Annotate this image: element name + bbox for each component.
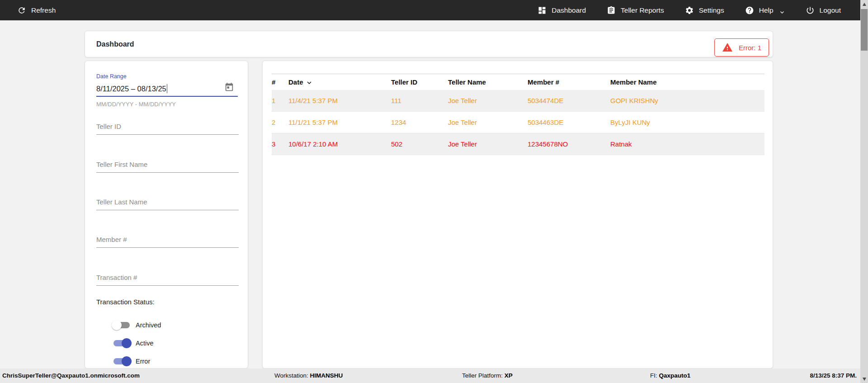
toggle-error[interactable]: Error xyxy=(113,355,150,368)
table-row[interactable]: 1 11/4/21 5:37 PM 111 Joe Teller 5034474… xyxy=(272,90,764,112)
col-date-label: Date xyxy=(288,78,303,86)
toggle-active[interactable]: Active xyxy=(113,337,154,350)
filter-panel: Date Range 8/11/2025 – 08/13/25 MM/DD/YY… xyxy=(85,61,248,369)
nav-teller-reports-label: Teller Reports xyxy=(621,6,664,14)
table-row[interactable]: 3 10/6/17 2:10 AM 502 Joe Teller 1234567… xyxy=(272,133,764,155)
archived-label: Archived xyxy=(136,322,161,329)
workstation-info: Workstation: HIMANSHU xyxy=(274,372,343,379)
transaction-number-input[interactable] xyxy=(96,272,239,286)
page-header-card: Dashboard Error: 1 xyxy=(85,31,773,57)
row-num: 2 xyxy=(272,118,288,126)
row-member-name: GOPI KRISHNy xyxy=(610,97,731,104)
date-range-input[interactable]: 8/11/2025 – 08/13/25 xyxy=(96,81,238,97)
dashboard-icon xyxy=(538,6,547,15)
page-title: Dashboard xyxy=(96,40,134,48)
nav-settings[interactable]: Settings xyxy=(685,6,724,15)
row-date: 11/4/21 5:37 PM xyxy=(288,97,391,104)
row-member-name: Ratnak xyxy=(610,140,731,148)
vertical-scrollbar[interactable] xyxy=(860,0,868,383)
calendar-icon[interactable] xyxy=(224,82,234,92)
date-range-label: Date Range xyxy=(96,73,238,80)
help-icon xyxy=(745,6,754,15)
fi-info: FI: Qaxpauto1 xyxy=(650,372,690,379)
text-caret xyxy=(167,84,168,93)
scroll-up-arrow[interactable] xyxy=(860,0,868,8)
status-bar: ChrisSuperTeller@Qaxpauto1.onmicrosoft.c… xyxy=(0,369,868,383)
scroll-down-arrow[interactable] xyxy=(860,375,868,383)
transactions-table: # Date Teller ID Teller Name Member # Me… xyxy=(272,74,764,155)
teller-first-name-input[interactable] xyxy=(96,159,239,173)
col-date-sort[interactable]: Date xyxy=(288,78,391,87)
nav-logout[interactable]: Logout xyxy=(806,6,841,15)
transactions-card: # Date Teller ID Teller Name Member # Me… xyxy=(262,61,773,369)
date-range-value: 8/11/2025 – 08/13/25 xyxy=(96,85,166,93)
error-badge-label: Error: 1 xyxy=(739,44,761,52)
nav-teller-reports[interactable]: Teller Reports xyxy=(607,6,664,15)
col-member-name: Member Name xyxy=(610,78,731,86)
member-number-input[interactable] xyxy=(96,234,239,248)
transaction-status-label: Transaction Status: xyxy=(96,298,238,306)
row-teller-id: 111 xyxy=(391,97,448,104)
active-switch[interactable] xyxy=(113,340,131,347)
row-num: 1 xyxy=(272,97,288,104)
table-row[interactable]: 2 11/1/21 5:37 PM 1234 Joe Teller 503446… xyxy=(272,112,764,133)
gear-icon xyxy=(685,6,694,15)
chevron-down-icon xyxy=(779,8,785,13)
row-member-num: 5034463DE xyxy=(528,118,610,126)
error-switch[interactable] xyxy=(113,358,131,365)
current-datetime: 8/13/25 8:37 PM. xyxy=(810,372,857,379)
nav-help[interactable]: Help xyxy=(745,6,785,15)
row-teller-name: Joe Teller xyxy=(448,97,528,104)
row-member-name: ByLyJI KUNy xyxy=(610,118,731,126)
nav-dashboard-label: Dashboard xyxy=(552,6,586,14)
logged-in-user: ChrisSuperTeller@Qaxpauto1.onmicrosoft.c… xyxy=(2,372,140,379)
error-label: Error xyxy=(136,358,150,365)
row-date: 10/6/17 2:10 AM xyxy=(288,140,391,148)
refresh-label: Refresh xyxy=(31,6,56,14)
teller-id-input[interactable] xyxy=(96,121,239,135)
refresh-button[interactable]: Refresh xyxy=(17,6,56,15)
row-date: 11/1/21 5:37 PM xyxy=(288,118,391,126)
top-navbar: Refresh Dashboard Teller Reports Setting… xyxy=(0,0,868,20)
warning-triangle-icon xyxy=(722,42,733,53)
error-badge[interactable]: Error: 1 xyxy=(714,38,769,57)
nav-help-label: Help xyxy=(759,6,774,14)
nav-settings-label: Settings xyxy=(699,6,724,14)
refresh-icon xyxy=(17,6,26,15)
sort-desc-icon xyxy=(305,78,313,87)
row-teller-name: Joe Teller xyxy=(448,140,528,148)
col-member-num: Member # xyxy=(528,78,610,86)
row-teller-id: 502 xyxy=(391,140,448,148)
row-num: 3 xyxy=(272,140,288,148)
table-header-row: # Date Teller ID Teller Name Member # Me… xyxy=(272,74,764,90)
nav-logout-label: Logout xyxy=(820,6,841,14)
power-icon xyxy=(806,6,815,15)
row-member-num: 12345678NO xyxy=(528,140,610,148)
active-label: Active xyxy=(136,340,154,347)
col-teller-id: Teller ID xyxy=(391,78,448,86)
row-teller-name: Joe Teller xyxy=(448,118,528,126)
clipboard-icon xyxy=(607,6,616,15)
teller-platform-info: Teller Platform: XP xyxy=(462,372,513,379)
col-num: # xyxy=(272,78,288,86)
toggle-archived[interactable]: Archived xyxy=(113,319,161,331)
row-teller-id: 1234 xyxy=(391,118,448,126)
row-member-num: 5034474DE xyxy=(528,97,610,104)
teller-last-name-input[interactable] xyxy=(96,196,239,210)
col-teller-name: Teller Name xyxy=(448,78,528,86)
nav-dashboard[interactable]: Dashboard xyxy=(538,6,586,15)
date-format-hint: MM/DD/YYYY - MM/DD/YYYY xyxy=(96,101,238,108)
archived-switch[interactable] xyxy=(113,322,131,329)
scrollbar-thumb[interactable] xyxy=(861,9,868,51)
